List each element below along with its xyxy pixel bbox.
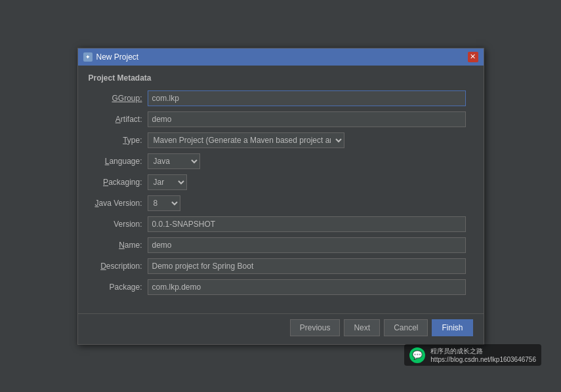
new-project-dialog: ✦ New Project ✕ Project Metadata GGroup:… (77, 48, 484, 345)
artifact-input[interactable] (148, 111, 466, 127)
language-row: Language: Java Kotlin Groovy (89, 153, 473, 169)
dialog-icon: ✦ (83, 52, 93, 62)
dialog-footer: Previous Next Cancel Finish (78, 313, 484, 344)
dialog-title: New Project (96, 52, 139, 62)
description-input[interactable] (148, 258, 466, 274)
description-row: Description: (89, 258, 473, 274)
package-input[interactable] (148, 279, 466, 295)
type-label: Type: (89, 136, 148, 145)
dialog-body: Project Metadata GGroup: Artifact: Type:… (78, 66, 484, 308)
watermark: 💬 程序员的成长之路 https://blog.csdn.net/lkp1603… (404, 344, 541, 366)
previous-button[interactable]: Previous (290, 319, 341, 336)
java-version-row: Java Version: 8 11 17 (89, 195, 473, 211)
cancel-button[interactable]: Cancel (384, 319, 428, 336)
artifact-row: Artifact: (89, 111, 473, 127)
close-button[interactable]: ✕ (468, 52, 478, 62)
type-row: Type: Maven Project (Generate a Maven ba… (89, 132, 473, 148)
packaging-row: Packaging: Jar War (89, 174, 473, 190)
name-label: Name: (89, 241, 148, 250)
name-input[interactable] (148, 237, 466, 253)
watermark-icon: 💬 (409, 347, 425, 363)
java-version-select[interactable]: 8 11 17 (148, 195, 180, 211)
group-input[interactable] (148, 90, 466, 106)
packaging-label: Packaging: (89, 178, 148, 187)
name-row: Name: (89, 237, 473, 253)
version-input[interactable] (148, 216, 466, 232)
language-label: Language: (89, 157, 148, 166)
artifact-label: Artifact: (89, 115, 148, 124)
type-select[interactable]: Maven Project (Generate a Maven based pr… (148, 132, 344, 148)
group-label: GGroup: (89, 94, 148, 103)
group-row: GGroup: (89, 90, 473, 106)
description-label: Description: (89, 262, 148, 271)
version-row: Version: (89, 216, 473, 232)
package-label: Package: (89, 283, 148, 292)
package-row: Package: (89, 279, 473, 295)
next-button[interactable]: Next (344, 319, 380, 336)
section-title: Project Metadata (89, 73, 473, 83)
watermark-line1: 程序员的成长之路 (430, 347, 536, 356)
language-select[interactable]: Java Kotlin Groovy (148, 153, 200, 169)
watermark-line2: https://blog.csdn.net/lkp1603646756 (430, 356, 536, 363)
title-bar: ✦ New Project ✕ (78, 49, 484, 66)
java-version-label: Java Version: (89, 199, 148, 208)
finish-button[interactable]: Finish (432, 319, 472, 336)
packaging-select[interactable]: Jar War (148, 174, 187, 190)
version-label: Version: (89, 220, 148, 229)
